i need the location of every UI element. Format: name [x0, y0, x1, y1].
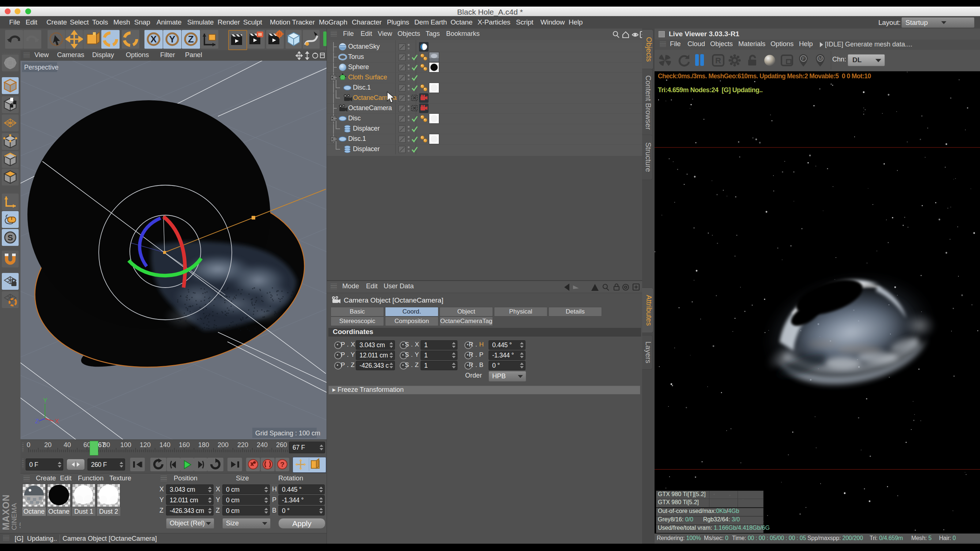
svg-text:Z: Z: [188, 33, 194, 45]
svg-text:Z: Z: [35, 418, 39, 425]
svg-text:S: S: [8, 233, 13, 242]
svg-text:Grid Spacing : 100 cm: Grid Spacing : 100 cm: [255, 430, 320, 437]
svg-text:R: R: [715, 56, 721, 65]
svg-text:?: ?: [280, 461, 285, 468]
svg-text:M: M: [818, 56, 822, 62]
svg-text:Perspective: Perspective: [24, 64, 59, 71]
svg-text:Y: Y: [43, 397, 47, 404]
svg-text:X: X: [55, 418, 59, 425]
svg-text:Y: Y: [169, 33, 175, 45]
svg-text:X: X: [150, 33, 157, 45]
svg-text:F: F: [802, 56, 805, 62]
